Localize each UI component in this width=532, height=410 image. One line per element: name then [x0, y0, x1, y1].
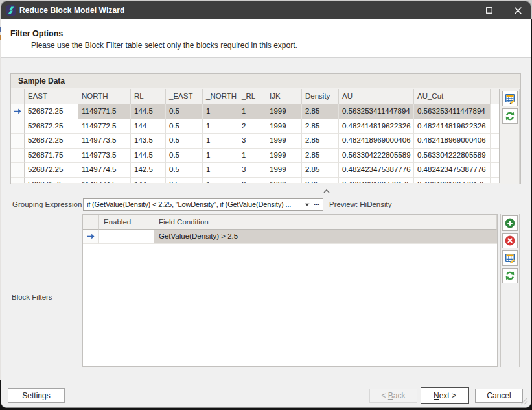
resize-grip[interactable] — [520, 397, 528, 405]
cell-EAST[interactable]: 526871.75 — [25, 178, 78, 184]
sample-grid-row[interactable]: 526872.251149771.5144.50.51119992.850.56… — [11, 104, 499, 119]
cell-_EAST[interactable]: 0.5 — [166, 163, 203, 178]
cell-EAST[interactable]: 526872.25 — [25, 134, 78, 149]
cell-RL[interactable]: 144.5 — [131, 104, 166, 119]
sample-grid-row[interactable]: 526871.751149773.5144.50.51119992.850.56… — [11, 149, 499, 163]
cell-NORTH[interactable]: 1149774.5 — [78, 178, 131, 184]
cell-AU_Cut[interactable]: 0.563304222805589 — [414, 149, 491, 163]
cell-_NORTH[interactable]: 1 — [203, 149, 238, 163]
cell-_NORTH[interactable]: 1 — [203, 163, 238, 178]
cancel-button[interactable]: Cancel — [475, 389, 523, 403]
column-header-_RL[interactable]: _RL — [238, 89, 266, 104]
cell-NORTH[interactable]: 1149773.5 — [78, 134, 131, 149]
cell-AU[interactable]: 0.482428162772175 — [339, 178, 414, 184]
block-filter-row[interactable]: GetValue(Density) > 2.5 — [83, 230, 497, 244]
cell-AU_Cut[interactable]: 0.482428162772175 — [414, 178, 491, 184]
close-button[interactable] — [507, 1, 529, 19]
maximize-button[interactable] — [478, 1, 500, 19]
cell-_RL[interactable]: 3 — [238, 134, 266, 149]
column-header-field-condition[interactable]: Field Condition — [154, 215, 497, 230]
grouping-expression-value[interactable]: if (GetValue(Density) < 2.25, "LowDensit… — [87, 199, 293, 210]
cell-_RL[interactable]: 1 — [238, 149, 266, 163]
cell-_RL[interactable]: 3 — [238, 163, 266, 178]
block-filters-table[interactable]: EnabledField ConditionGetValue(Density) … — [82, 214, 498, 367]
expression-editor-button[interactable]: ··· — [312, 199, 322, 210]
column-header-enabled[interactable]: Enabled — [99, 215, 154, 230]
cell-_NORTH[interactable]: 1 — [203, 134, 238, 149]
column-header-AU_Cut[interactable]: AU_Cut — [414, 89, 491, 104]
column-header-_EAST[interactable]: _EAST — [166, 89, 203, 104]
cell-_EAST[interactable]: 0.5 — [166, 104, 203, 119]
cell-Density[interactable]: 2.85 — [302, 149, 339, 163]
cell-_NORTH[interactable]: 1 — [203, 104, 238, 119]
sample-grid-row[interactable]: 526871.751149774.51440.51219992.850.4824… — [11, 178, 499, 184]
cell-Density[interactable]: 2.85 — [302, 134, 339, 149]
grouping-expression-input[interactable]: if (GetValue(Density) < 2.25, "LowDensit… — [83, 198, 323, 211]
column-header-Density[interactable]: Density — [302, 89, 339, 104]
cell-Density[interactable]: 2.85 — [302, 104, 339, 119]
column-header-IJK[interactable]: IJK — [266, 89, 302, 104]
cell-EAST[interactable]: 526871.75 — [25, 149, 78, 163]
column-header-NORTH[interactable]: NORTH — [78, 89, 131, 104]
splitter-handle[interactable] — [320, 186, 333, 192]
column-header-AU[interactable]: AU — [339, 89, 414, 104]
cell-_EAST[interactable]: 0.5 — [166, 178, 203, 184]
customize-columns-button[interactable] — [502, 91, 518, 106]
cell-IJK[interactable]: 1999 — [266, 134, 302, 149]
refresh-button[interactable] — [502, 268, 518, 283]
cell-IJK[interactable]: 1999 — [266, 104, 302, 119]
title-bar[interactable]: Reduce Block Model Wizard — [1, 1, 531, 19]
cell-AU[interactable]: 0.563253411447894 — [339, 104, 414, 119]
cell-RL[interactable]: 144 — [131, 178, 166, 184]
cell-NORTH[interactable]: 1149774.5 — [78, 163, 131, 178]
cell-AU[interactable]: 0.482423475387776 — [339, 163, 414, 178]
cell-EAST[interactable]: 526872.25 — [25, 104, 78, 119]
cell-RL[interactable]: 142.5 — [131, 163, 166, 178]
sample-data-grid[interactable]: EASTNORTHRL_EAST_NORTH_RLIJKDensityAUAU_… — [11, 89, 500, 183]
cell-AU[interactable]: 0.482414819622326 — [339, 119, 414, 134]
cell-IJK[interactable]: 1999 — [266, 178, 302, 184]
cell-RL[interactable]: 144 — [131, 119, 166, 134]
sample-grid-row[interactable]: 526872.251149772.51440.51219992.850.4824… — [11, 119, 499, 134]
cell-NORTH[interactable]: 1149771.5 — [78, 104, 131, 119]
cell-_EAST[interactable]: 0.5 — [166, 134, 203, 149]
column-header-_NORTH[interactable]: _NORTH — [203, 89, 238, 104]
cell-EAST[interactable]: 526872.25 — [25, 119, 78, 134]
cell-Density[interactable]: 2.85 — [302, 119, 339, 134]
dropdown-button[interactable] — [302, 199, 312, 210]
cell-NORTH[interactable]: 1149773.5 — [78, 149, 131, 163]
settings-button[interactable]: Settings — [8, 388, 65, 403]
cell-IJK[interactable]: 1999 — [266, 163, 302, 178]
cell-_RL[interactable]: 2 — [238, 178, 266, 184]
cell-AU[interactable]: 0.563304222805589 — [339, 149, 414, 163]
cell-_NORTH[interactable]: 1 — [203, 119, 238, 134]
sample-grid-row[interactable]: 526872.251149773.5143.50.51319992.850.48… — [11, 134, 499, 149]
refresh-button[interactable] — [502, 108, 518, 124]
cell-EAST[interactable]: 526872.25 — [25, 163, 78, 178]
cell-AU[interactable]: 0.482418969000406 — [339, 134, 414, 149]
enabled-checkbox[interactable] — [124, 232, 133, 241]
column-header-EAST[interactable]: EAST — [25, 89, 78, 104]
cell-_RL[interactable]: 2 — [238, 119, 266, 134]
cell-_EAST[interactable]: 0.5 — [166, 119, 203, 134]
next-button[interactable]: Next > — [421, 387, 469, 404]
cell-AU_Cut[interactable]: 0.482414819622326 — [414, 119, 491, 134]
cell-IJK[interactable]: 1999 — [266, 149, 302, 163]
column-header-RL[interactable]: RL — [131, 89, 166, 104]
cell-NORTH[interactable]: 1149772.5 — [78, 119, 131, 134]
cell-_NORTH[interactable]: 1 — [203, 178, 238, 184]
cell-Density[interactable]: 2.85 — [302, 163, 339, 178]
cell-field-condition[interactable]: GetValue(Density) > 2.5 — [154, 230, 497, 244]
cell-AU_Cut[interactable]: 0.563253411447894 — [414, 104, 491, 119]
cell-_RL[interactable]: 1 — [238, 104, 266, 119]
cell-AU_Cut[interactable]: 0.482423475387776 — [414, 163, 491, 178]
cell-_EAST[interactable]: 0.5 — [166, 149, 203, 163]
add-filter-button[interactable] — [502, 215, 518, 231]
cell-Density[interactable]: 2.85 — [302, 178, 339, 184]
cell-enabled[interactable] — [99, 230, 154, 244]
sample-grid-row[interactable]: 526872.251149774.5142.50.51319992.850.48… — [11, 163, 499, 178]
cell-IJK[interactable]: 1999 — [266, 119, 302, 134]
delete-filter-button[interactable] — [502, 233, 518, 248]
cell-AU_Cut[interactable]: 0.482418969000406 — [414, 134, 491, 149]
customize-columns-button[interactable] — [502, 250, 518, 266]
